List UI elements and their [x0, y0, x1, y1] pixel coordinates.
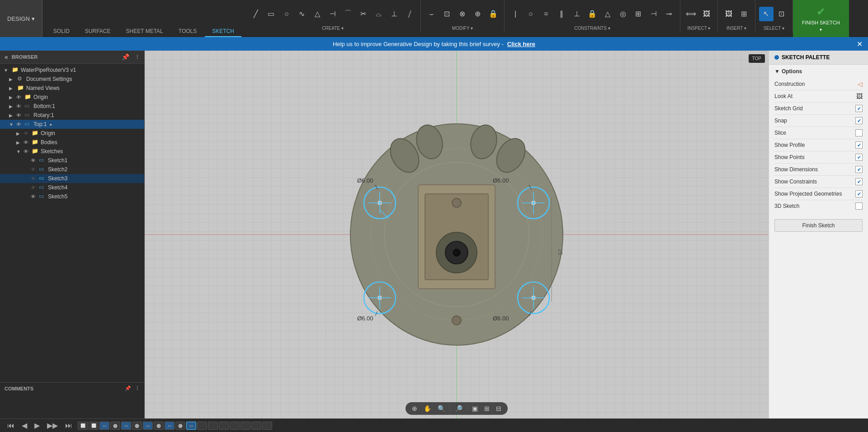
window-select-tool[interactable]: ⊡ — [774, 7, 789, 21]
eye-origin-root[interactable]: 👁 — [16, 94, 23, 100]
viewport[interactable]: TOP — [145, 51, 769, 418]
rect-tool[interactable]: ▭ — [264, 7, 278, 21]
eye-sketch3[interactable]: 👁 — [31, 176, 37, 181]
break-tool[interactable]: 🔒 — [486, 7, 500, 21]
ruler-tool[interactable]: 🖼 — [699, 7, 714, 21]
tree-item-sketch2[interactable]: 👁 ▭ Sketch2 — [0, 165, 144, 174]
construction-label[interactable]: Construction — [774, 81, 805, 87]
show-profile-label[interactable]: Show Profile — [774, 142, 805, 148]
extend-tool[interactable]: ⊕ — [471, 7, 485, 21]
timeline-item-15[interactable] — [241, 422, 250, 430]
inspect-label[interactable]: INSPECT ▾ — [687, 26, 710, 31]
eye-sketch5[interactable]: 👁 — [31, 194, 37, 199]
notification-close[interactable]: ✕ — [857, 40, 863, 48]
timeline-item-0[interactable]: ⬜ — [78, 422, 88, 430]
zoom-btn[interactable]: 🔍 — [436, 404, 447, 413]
slice-label[interactable]: Slice — [774, 130, 786, 136]
arc-tool[interactable]: ⌒ — [341, 7, 355, 21]
halfline-tool[interactable]: ⊣ — [326, 7, 340, 21]
options-header[interactable]: ▼ Options — [774, 68, 863, 75]
show-points-label[interactable]: Show Points — [774, 154, 805, 160]
offset-tool[interactable]: ⊡ — [440, 7, 454, 21]
finish-sketch-button[interactable]: ✔ FINISH SKETCH ▾ — [793, 0, 849, 37]
show-points-checkbox[interactable]: ✔ — [855, 154, 863, 161]
sketch-grid-label[interactable]: Sketch Grid — [774, 105, 803, 112]
constraints-label[interactable]: CONSTRAINTS ▾ — [574, 26, 610, 31]
coincident-tool[interactable]: | — [508, 7, 523, 21]
concentric-tool[interactable]: ⊣ — [646, 7, 661, 21]
line2-tool[interactable]: ⧸ — [402, 7, 417, 21]
display-mode-btn[interactable]: ▣ — [470, 404, 480, 413]
smooth-tool[interactable]: ◎ — [616, 7, 630, 21]
tree-item-sketch1[interactable]: 👁 ▭ Sketch1 — [0, 156, 144, 165]
eye-bottom1[interactable]: 👁 — [16, 103, 23, 109]
eye-sketch1[interactable]: 👁 — [31, 158, 37, 163]
tab-solid[interactable]: SOLID — [46, 26, 77, 37]
tangent-tool[interactable]: △ — [600, 7, 615, 21]
scurve-tool[interactable]: ⌓ — [372, 7, 386, 21]
timeline-item-12[interactable] — [208, 422, 218, 430]
tree-item-sketches[interactable]: ▼ 👁 📁 Sketches — [0, 147, 144, 156]
timeline-item-13[interactable] — [219, 422, 229, 430]
show-constraints-label[interactable]: Show Constraints — [774, 178, 817, 185]
horiz-tool[interactable]: ⊸ — [662, 7, 676, 21]
scissors-tool[interactable]: ✂ — [356, 7, 371, 21]
tree-item-root[interactable]: ▼ 📁 WaterPipeRouterV3 v1 — [0, 66, 144, 75]
nav-start-btn[interactable]: ⏮ — [5, 421, 16, 431]
timeline-item-3[interactable]: ⬤ — [110, 422, 120, 430]
tree-item-doc-settings[interactable]: ▶ ⚙ Document Settings — [0, 75, 144, 84]
tree-item-sketch3[interactable]: 👁 ▭ Sketch3 — [0, 174, 144, 183]
tree-item-bottom1[interactable]: ▶ 👁 ▭ Bottom:1 — [0, 102, 144, 111]
measure-tool[interactable]: ⟺ — [684, 7, 698, 21]
eye-sketch2[interactable]: 👁 — [31, 167, 37, 172]
browser-collapse-btn[interactable]: « — [5, 53, 8, 61]
eye-sketch4[interactable]: 👁 — [31, 185, 37, 190]
tree-item-named-views[interactable]: ▶ 📁 Named Views — [0, 84, 144, 93]
browser-menu[interactable]: ⋮ — [135, 54, 140, 60]
nav-prev-btn[interactable]: ◀ — [20, 420, 29, 431]
eye-sketches[interactable]: 👁 — [24, 149, 30, 154]
slice-checkbox[interactable] — [855, 129, 863, 136]
insert-data-tool[interactable]: ⊞ — [737, 7, 751, 21]
tree-item-bodies[interactable]: ▶ 👁 📁 Bodies — [0, 138, 144, 147]
tree-item-sketch4[interactable]: 👁 ▭ Sketch4 — [0, 183, 144, 192]
snap-label[interactable]: Snap — [774, 117, 787, 124]
eye-origin-top[interactable]: 👁 — [24, 131, 30, 136]
tab-surface[interactable]: SURFACE — [78, 26, 118, 37]
tree-item-top1[interactable]: ▼ 👁 ▭ Top:1 ● — [0, 120, 144, 129]
finish-sketch-panel-button[interactable]: Finish Sketch — [774, 219, 863, 232]
insert-image-tool[interactable]: 🖼 — [722, 7, 736, 21]
timeline-item-16[interactable] — [251, 422, 261, 430]
show-dimensions-label[interactable]: Show Dimensions — [774, 166, 818, 173]
trim-tool[interactable]: ⊗ — [455, 7, 470, 21]
sketch-grid-checkbox[interactable]: ✔ — [855, 105, 863, 112]
select-tool[interactable]: ↖ — [759, 7, 774, 21]
show-projected-checkbox[interactable]: ✔ — [855, 190, 863, 197]
timeline-item-5[interactable]: ⬤ — [132, 422, 142, 430]
sym-tool[interactable]: ⊞ — [631, 7, 646, 21]
timeline-item-6[interactable]: ▭ — [143, 422, 153, 430]
show-dimensions-checkbox[interactable]: ✔ — [855, 166, 863, 173]
construction-icon[interactable]: ◁ — [858, 80, 863, 88]
select-label[interactable]: SELECT ▾ — [764, 26, 785, 31]
tab-sheet-metal[interactable]: SHEET METAL — [119, 26, 170, 37]
tab-sketch[interactable]: SKETCH — [205, 26, 241, 37]
parallel-tool[interactable]: ∥ — [554, 7, 569, 21]
look-at-icon[interactable]: 🖼 — [856, 93, 863, 100]
tree-item-origin-root[interactable]: ▶ 👁 📁 Origin — [0, 93, 144, 102]
eye-bodies[interactable]: 👁 — [24, 140, 30, 145]
grid-btn[interactable]: ⊞ — [482, 404, 491, 413]
line-tool[interactable]: ╱ — [249, 7, 263, 21]
comments-pin[interactable]: 📌 — [125, 385, 131, 391]
3d-sketch-label[interactable]: 3D Sketch — [774, 203, 799, 209]
lock-tool[interactable]: 🔒 — [585, 7, 599, 21]
equal-tool[interactable]: = — [539, 7, 553, 21]
triangle-tool[interactable]: △ — [310, 7, 325, 21]
look-at-label[interactable]: Look At — [774, 93, 793, 99]
pipe-tool[interactable]: ⊥ — [387, 7, 401, 21]
timeline-item-9[interactable]: ⬤ — [175, 422, 185, 430]
browser-pin[interactable]: 📌 — [122, 53, 129, 61]
pan-btn[interactable]: ✋ — [422, 404, 433, 413]
timeline-item-11[interactable] — [197, 422, 207, 430]
notification-link[interactable]: Click here — [507, 41, 535, 47]
